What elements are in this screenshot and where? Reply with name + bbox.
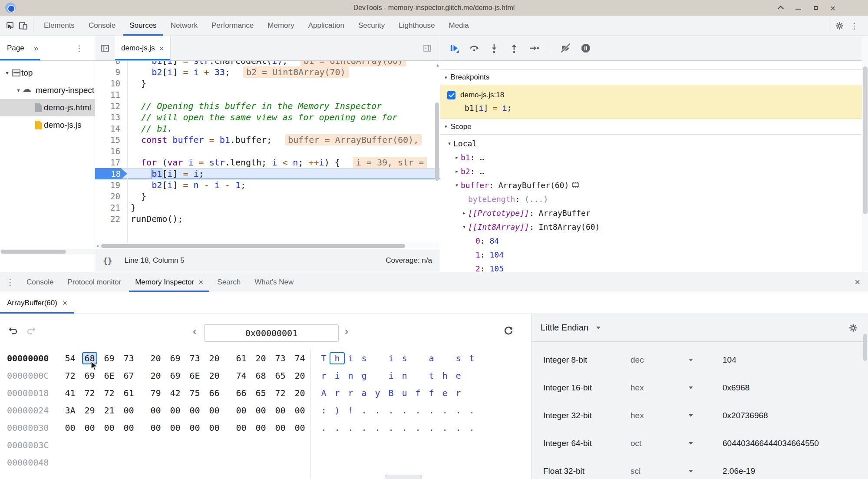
hex-byte[interactable]: 00 — [254, 405, 267, 416]
hex-byte[interactable]: 20 — [149, 353, 162, 363]
endianness-dropdown[interactable]: Little Endian — [541, 323, 588, 333]
ascii-char[interactable] — [411, 370, 425, 381]
navigator-horizontal-scrollbar[interactable] — [0, 249, 95, 254]
line-number[interactable]: 16 — [95, 145, 127, 157]
scope-row-local[interactable]: ▾Local — [440, 136, 862, 150]
line-number[interactable]: 15 — [95, 134, 127, 145]
address-input[interactable] — [204, 324, 339, 342]
ascii-char[interactable]: f — [425, 388, 438, 398]
scope-row-prototype[interactable]: ▸[[Prototype]]: ArrayBuffer — [440, 206, 862, 220]
hex-byte[interactable]: 72 — [63, 370, 77, 381]
tree-item-memory-inspector-glitch-me[interactable]: ▾memory-inspector.glitch.me — [0, 82, 95, 99]
hex-byte[interactable]: 6E — [188, 370, 201, 381]
more-tabs-icon[interactable]: » — [34, 43, 39, 53]
tab-security[interactable]: Security — [351, 16, 392, 36]
step-over-button[interactable] — [466, 40, 482, 56]
hex-byte[interactable]: 41 — [63, 388, 77, 398]
hex-byte[interactable]: 20 — [208, 353, 221, 363]
pretty-print-icon[interactable]: {} — [103, 256, 112, 265]
line-number[interactable]: 19 — [95, 179, 127, 191]
scope-arrow[interactable]: ▸ — [453, 168, 461, 174]
scope-arrow[interactable]: ▸ — [453, 155, 461, 160]
hex-byte[interactable]: 6E — [102, 370, 116, 381]
ascii-char[interactable]: s — [357, 353, 371, 363]
code-text[interactable]: // will open the same view as for openin… — [127, 112, 397, 123]
scope-arrow[interactable]: ▾ — [460, 224, 468, 230]
line-number[interactable]: 13 — [95, 112, 127, 123]
code-text[interactable]: b1[i] = str.charCodeAt(i);b1 = Uint8Arra… — [127, 61, 406, 66]
hex-byte[interactable]: 00 — [188, 423, 201, 433]
code-text[interactable]: runDemo(); — [127, 213, 183, 225]
tab-network[interactable]: Network — [164, 16, 205, 36]
ascii-char[interactable]: . — [398, 423, 411, 433]
hex-byte[interactable]: 3A — [63, 405, 77, 416]
code-text[interactable]: b2[i] = i + 33;b2 = Uint8Array(70) — [127, 66, 349, 78]
line-number[interactable]: 22 — [95, 213, 127, 225]
line-number[interactable]: 21 — [95, 202, 127, 213]
ascii-char[interactable]: . — [452, 423, 465, 433]
ascii-char[interactable]: . — [330, 423, 344, 433]
ascii-char[interactable]: . — [398, 405, 411, 416]
ascii-char[interactable]: s — [398, 353, 411, 363]
hex-byte[interactable]: 69 — [168, 370, 182, 381]
hex-byte[interactable]: 20 — [293, 388, 307, 398]
hex-byte[interactable]: 72 — [274, 388, 287, 398]
drawer-tab-console[interactable]: Console — [20, 272, 60, 292]
hex-byte[interactable]: 68 — [254, 370, 267, 381]
ascii-char[interactable]: ) — [330, 405, 344, 416]
more-options-menu-icon[interactable]: ⋮ — [846, 21, 863, 31]
ascii-char[interactable]: ! — [344, 405, 357, 416]
main-vertical-scrollbar[interactable] — [862, 36, 868, 272]
ascii-char[interactable]: t — [425, 370, 438, 381]
scope-row-buffer[interactable]: ▾buffer: ArrayBuffer(60) — [440, 178, 862, 192]
ascii-char[interactable]: . — [384, 423, 398, 433]
code-area[interactable]: 8 b1[i] = str.charCodeAt(i);b1 = Uint8Ar… — [95, 61, 440, 243]
ascii-char[interactable]: A — [317, 388, 330, 398]
code-text[interactable]: for (var i = str.length; i < n; ++i) {i … — [127, 157, 427, 168]
hex-byte[interactable]: 00 — [234, 423, 248, 433]
hex-byte[interactable]: 74 — [234, 370, 248, 381]
hex-byte[interactable]: 00 — [234, 405, 248, 416]
ascii-char[interactable]: i — [330, 370, 344, 381]
ascii-char[interactable]: . — [465, 423, 479, 433]
ascii-char[interactable]: . — [425, 423, 438, 433]
interpreter-scrollbar[interactable] — [863, 334, 867, 361]
inspect-element-icon[interactable] — [3, 19, 17, 32]
line-number[interactable]: 14 — [95, 123, 127, 134]
hex-byte[interactable]: 65 — [274, 370, 287, 381]
tree-item-demo-js-js[interactable]: demo-js.js — [0, 116, 95, 134]
close-icon[interactable]: × — [159, 44, 164, 53]
tree-arrow[interactable]: ▾ — [3, 70, 11, 76]
code-text[interactable] — [127, 89, 131, 100]
ascii-char[interactable]: r — [330, 388, 344, 398]
hex-byte[interactable]: 73 — [188, 353, 201, 363]
breakpoint-entry[interactable]: demo-js.js:18 b1[i] = i; — [440, 85, 862, 119]
ascii-char[interactable] — [438, 353, 452, 363]
ascii-char[interactable]: h — [438, 370, 452, 381]
scope-row-b2[interactable]: ▸b2: … — [440, 164, 862, 178]
drawer-close-icon[interactable]: × — [855, 272, 868, 292]
code-text[interactable]: } — [127, 202, 136, 213]
step-button[interactable] — [526, 40, 542, 56]
tab-media[interactable]: Media — [442, 16, 476, 36]
scope-section-header[interactable]: ▾ Scope — [440, 119, 862, 135]
window-restore-icon[interactable] — [812, 4, 819, 12]
line-number[interactable]: 12 — [95, 100, 127, 112]
hex-byte[interactable]: 79 — [149, 388, 162, 398]
hex-address[interactable]: 0000003C — [0, 440, 63, 450]
memory-chip-icon[interactable] — [571, 181, 580, 190]
refresh-icon[interactable] — [503, 325, 514, 338]
scope-row-0[interactable]: 0: 84 — [440, 234, 862, 248]
ascii-char[interactable]: n — [398, 370, 411, 381]
tab-application[interactable]: Application — [301, 16, 351, 36]
ascii-char[interactable]: e — [452, 370, 465, 381]
hex-byte[interactable]: 00 — [188, 405, 201, 416]
hex-byte[interactable]: 73 — [274, 353, 287, 363]
tab-lighthouse[interactable]: Lighthouse — [392, 16, 442, 36]
scope-row-2[interactable]: 2: 105 — [440, 261, 862, 272]
drawer-tab-memory-inspector[interactable]: Memory Inspector× — [128, 272, 210, 292]
window-minimize-icon[interactable] — [794, 4, 802, 12]
code-text[interactable] — [127, 145, 131, 157]
hex-byte[interactable]: 74 — [293, 353, 307, 363]
format-dropdown[interactable]: hex — [630, 383, 681, 393]
